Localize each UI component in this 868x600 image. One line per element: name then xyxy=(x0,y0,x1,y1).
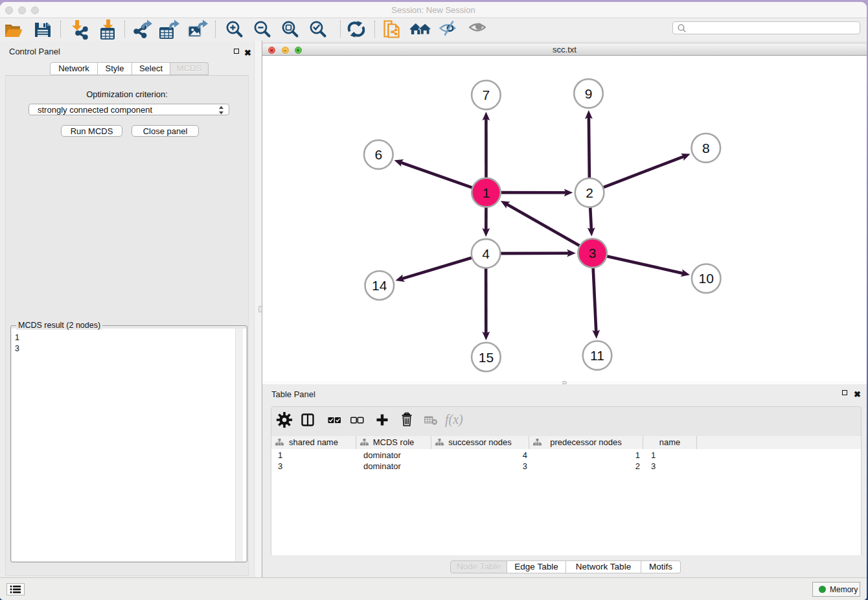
svg-text:15: 15 xyxy=(479,350,494,365)
svg-text:2: 2 xyxy=(586,185,593,200)
svg-text:11: 11 xyxy=(590,348,604,363)
svg-text:3: 3 xyxy=(589,246,597,260)
svg-text:7: 7 xyxy=(483,87,490,102)
svg-text:14: 14 xyxy=(372,278,387,293)
svg-text:6: 6 xyxy=(374,147,382,162)
svg-text:10: 10 xyxy=(699,271,714,286)
svg-text:4: 4 xyxy=(482,246,490,261)
svg-text:9: 9 xyxy=(585,86,593,101)
svg-text:8: 8 xyxy=(702,141,710,156)
svg-text:1: 1 xyxy=(483,185,490,200)
